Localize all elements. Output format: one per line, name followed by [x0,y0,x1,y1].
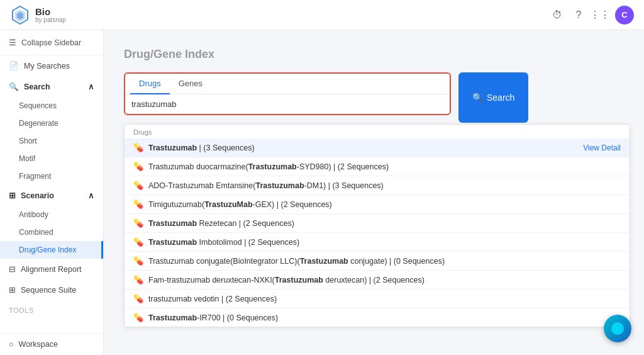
main-layout: ☰ Collapse Sidebar 📄 My Searches 🔍 Searc… [0,30,644,355]
sidebar-sub-combined[interactable]: Combined [0,223,103,241]
logo-icon [10,5,30,25]
drug-icon-2: 💊 [133,181,143,190]
search-section-label: Search [24,82,50,91]
drug-icon-4: 💊 [133,218,143,228]
sidebar-item-my-searches[interactable]: 📄 My Searches [0,55,103,76]
search-button[interactable]: 🔍 Search [458,72,528,123]
help-icon[interactable]: ? [572,9,585,21]
search-input-row [125,94,450,114]
drug-icon-8: 💊 [133,294,143,303]
item-text-2: ADO-Trastuzumab Emtansine(Trastuzumab-DM… [148,181,384,190]
item-text-6: Trastuzumab conjugate(BioIntegrator LLC)… [148,257,445,266]
item-text-3: Timigutuzumab(TrastuzuMab-GEX) | (2 Sequ… [148,200,332,209]
item-text-5: Trastuzumab Imbotolimod | (2 Sequences) [148,238,299,247]
content-area: Drug/Gene Index Drugs Genes 🔍 Search Dru… [104,30,644,355]
sequence-suite-label: Sequence Suite [21,286,76,295]
chevron-up-icon: ∧ [88,82,94,91]
logo-sub: by patsnap [35,16,66,23]
dropdown-item-4[interactable]: 💊 Trastuzumab Rezetecan | (2 Sequences) [125,214,630,232]
logo-text: Bio [35,7,66,16]
my-searches-icon: 📄 [9,61,19,70]
drug-icon-6: 💊 [133,256,143,266]
topbar: Bio by patsnap ⏱ ? ⋮⋮ C [0,0,644,30]
tools-label: Tools [0,300,103,317]
topbar-right: ⏱ ? ⋮⋮ C [551,6,634,25]
dropdown-section-label: Drugs [125,125,630,138]
sidebar-sub-antibody[interactable]: Antibody [0,206,103,223]
search-btn-icon: 🔍 [472,93,483,103]
workspace-icon: ○ [9,340,14,349]
search-row: Drugs Genes 🔍 Search [124,72,624,123]
view-detail-link-0[interactable]: View Detail [583,144,621,152]
sidebar: ☰ Collapse Sidebar 📄 My Searches 🔍 Searc… [0,30,104,355]
dropdown-item-3[interactable]: 💊 Timigutuzumab(TrastuzuMab-GEX) | (2 Se… [125,195,630,213]
drug-icon-3: 💊 [133,200,143,209]
search-input[interactable] [131,99,443,109]
collapse-sidebar-btn[interactable]: ☰ Collapse Sidebar [0,30,103,55]
sidebar-sub-degenerate[interactable]: Degenerate [0,115,103,132]
item-text-0: Trastuzumab | (3 Sequences) [148,144,255,152]
floating-btn-inner [611,322,624,335]
sidebar-sub-sequences[interactable]: Sequences [0,97,103,115]
workspace-label: Workspace [19,340,58,349]
sidebar-item-alignment-report[interactable]: ⊟ Alignment Report [0,259,103,279]
search-section-icon: 🔍 [9,82,19,91]
collapse-label: Collapse Sidebar [21,38,81,47]
sidebar-item-sequence-suite[interactable]: ⊞ Sequence Suite [0,279,103,300]
drug-icon-7: 💊 [133,275,143,285]
drug-icon-1: 💊 [133,162,143,171]
page-title: Drug/Gene Index [124,48,624,61]
sidebar-item-scenario[interactable]: ⊞ Scenario ∧ [0,185,103,206]
tabs-row: Drugs Genes [125,74,450,94]
tab-drugs[interactable]: Drugs [130,74,170,94]
item-text-7: Fam-trastuzumab deruxtecan-NXKI(Trastuzu… [148,276,425,285]
alignment-report-label: Alignment Report [21,265,82,274]
sequence-icon: ⊞ [9,285,16,295]
scenario-icon: ⊞ [9,191,16,200]
history-icon[interactable]: ⏱ [551,9,564,21]
item-text-8: trastuzumab vedotin | (2 Sequences) [148,295,277,303]
dropdown-item-8[interactable]: 💊 trastuzumab vedotin | (2 Sequences) [125,290,630,308]
dropdown-item-7[interactable]: 💊 Fam-trastuzumab deruxtecan-NXKI(Trastu… [125,271,630,289]
dropdown-item-1[interactable]: 💊 Trastuzumab duocarmazine(Trastuzumab-S… [125,157,630,176]
sidebar-item-search[interactable]: 🔍 Search ∧ [0,76,103,97]
sidebar-sub-drug-gene-index[interactable]: Drug/Gene Index [0,241,103,259]
sidebar-sub-short[interactable]: Short [0,132,103,150]
sidebar-bottom: ○ Workspace [0,333,103,355]
item-text-9: Trastuzumab-IR700 | (0 Sequences) [148,313,278,322]
drug-icon-0: 💊 [133,143,143,152]
search-btn-label: Search [487,93,514,103]
tab-genes[interactable]: Genes [170,74,211,94]
dropdown-item-6[interactable]: 💊 Trastuzumab conjugate(BioIntegrator LL… [125,252,630,270]
scenario-label: Scenario [21,191,54,200]
drug-icon-5: 💊 [133,237,143,247]
dropdown-item-0[interactable]: 💊 Trastuzumab | (3 Sequences) View Detai… [125,138,630,157]
dropdown-item-2[interactable]: 💊 ADO-Trastuzumab Emtansine(Trastuzumab-… [125,176,630,194]
item-text-1: Trastuzumab duocarmazine(Trastuzumab-SYD… [148,162,389,171]
sidebar-sub-fragment[interactable]: Fragment [0,167,103,185]
my-searches-label: My Searches [24,62,70,70]
dropdown-item-9[interactable]: 💊 Trastuzumab-IR700 | (0 Sequences) [125,308,630,327]
drug-icon-9: 💊 [133,313,143,322]
collapse-icon: ☰ [9,38,16,47]
dropdown-item-5[interactable]: 💊 Trastuzumab Imbotolimod | (2 Sequences… [125,233,630,251]
chevron-up-scenario-icon: ∧ [88,191,94,200]
avatar[interactable]: C [615,6,634,25]
floating-action-button[interactable] [604,315,631,342]
sidebar-sub-motif[interactable]: Motif [0,150,103,167]
sidebar-workspace[interactable]: ○ Workspace [0,334,103,355]
search-container: Drugs Genes [124,72,451,115]
item-text-4: Trastuzumab Rezetecan | (2 Sequences) [148,219,294,228]
app-logo: Bio by patsnap [10,5,66,25]
search-dropdown: Drugs 💊 Trastuzumab | (3 Sequences) View… [124,124,630,327]
alignment-icon: ⊟ [9,264,16,274]
grid-icon[interactable]: ⋮⋮ [594,9,606,21]
